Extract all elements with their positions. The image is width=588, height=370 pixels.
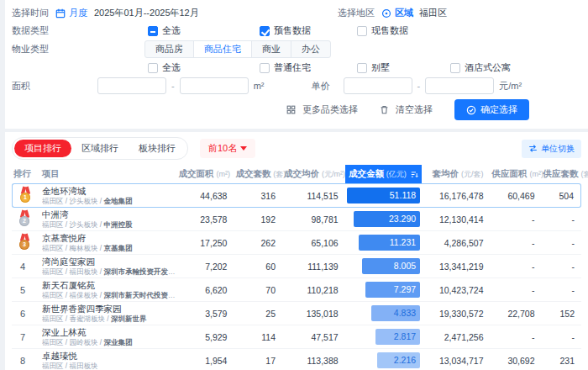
checkbox-label: 全选 (162, 24, 181, 37)
unit-avg-price-cell: 2,471,256 (422, 325, 490, 349)
deal-area-cell: 17,250 (177, 231, 234, 255)
filter-panel: 选择时间 月度 2025年01月--2025年12月 选择地区 区域 福田区 数… (5, 0, 588, 129)
unit-avg-price-cell: 10,423,724 (422, 278, 490, 302)
deal-avg-price-cell: 110,218 (282, 278, 345, 302)
project-name[interactable]: 湾尚庭玺家园 (42, 256, 176, 267)
tab-region-ranking[interactable]: 区域排行 (71, 140, 129, 157)
project-path: 福田区 / 梅林板块 / 京基集团 (42, 244, 176, 252)
table-row[interactable]: 6 6 新世界香蜜四季家园 福田区 / 香蜜湖板块 / 深圳新世界 3,579 … (12, 302, 581, 325)
ranking-table: 排行 项目 成交面积 (m²) 成交套数 (套) 成交均价 (元/m²) 成交金… (12, 165, 581, 370)
deal-amount-cell: 23.290 (345, 208, 423, 231)
checkbox-label: 预售数据 (274, 24, 311, 37)
checkbox-current-sale-data[interactable]: 现售数据 (357, 24, 408, 37)
rank-cell: 3 3 (12, 231, 40, 255)
unit-switch-label: 单位切换 (541, 143, 575, 155)
deal-area-cell: 5,929 (177, 325, 234, 349)
amount-bar: 4.833 (371, 305, 421, 321)
unit-switch-button[interactable]: 单位切换 (522, 140, 581, 158)
project-name[interactable]: 中洲湾 (42, 209, 176, 219)
supply-area-cell: - (490, 255, 541, 278)
deal-amount-cell: 8.005 (345, 255, 423, 278)
deal-area-cell: 23,578 (177, 208, 234, 231)
confirm-selection-button[interactable]: 确定选择 (454, 99, 529, 120)
amount-value: 7.297 (394, 284, 416, 294)
project-name[interactable]: 深业上林苑 (42, 327, 176, 337)
project-path: 福田区 / 福田板块 (42, 362, 176, 370)
unit-avg-price-cell: 13,341,219 (422, 255, 490, 278)
checkbox-box (357, 63, 367, 73)
checkbox-select-all-data[interactable]: 全选 (148, 24, 255, 37)
checkbox-presale-data[interactable]: 预售数据 (260, 24, 352, 37)
deal-units-cell: 60 (234, 255, 282, 278)
rank-cell: 5 5 (12, 278, 40, 302)
swap-icon (528, 144, 538, 153)
amount-value: 51.118 (390, 190, 416, 200)
project-name[interactable]: 京基寰悦府 (42, 233, 176, 243)
area-min-input[interactable] (97, 77, 166, 94)
project-name[interactable]: 金地环湾城 (42, 186, 176, 196)
more-categories-button[interactable]: 更多品类选择 (286, 103, 358, 116)
project-name[interactable]: 新世界香蜜四季家园 (42, 304, 176, 314)
rank-number: 4 (13, 262, 25, 272)
rank-cell: 6 6 (12, 302, 40, 325)
tab-commercial[interactable]: 商业 (252, 41, 291, 57)
table-row[interactable]: 2 2 中洲湾 福田区 / 沙头板块 / 中洲控股 23,578 192 98,… (12, 208, 581, 231)
checkbox-ordinary-residence[interactable]: 普通住宅 (260, 61, 352, 74)
header-deal-area: 成交面积 (m²) (177, 165, 234, 183)
amount-bar: 51.118 (347, 188, 421, 204)
supply-units-cell: - (542, 208, 582, 231)
property-type-tabs: 商品房 商品住宅 商业 办公 (144, 40, 331, 58)
data-type-label: 数据类型 (12, 24, 55, 37)
rank-tab-group: 项目排行 区域排行 板块排行 (12, 137, 188, 160)
tab-office[interactable]: 办公 (291, 41, 330, 57)
project-name[interactable]: 卓越瑧悦 (42, 351, 176, 361)
rank-cell: 1 1 (12, 183, 40, 208)
unit-avg-price-cell: 4,286,507 (422, 231, 490, 255)
rank-number: 7 (13, 332, 25, 342)
project-name[interactable]: 新天石厦铭苑 (42, 280, 176, 290)
table-row[interactable]: 4 4 湾尚庭玺家园 福田区 / 福田板块 / 深圳市承翰投资开发集团有... … (12, 255, 581, 278)
tab-project-ranking[interactable]: 项目排行 (14, 140, 71, 157)
header-deal-amount-sorted[interactable]: 成交金额 (亿元) (345, 165, 423, 183)
table-row[interactable]: 3 3 京基寰悦府 福田区 / 梅林板块 / 京基集团 17,250 262 6… (12, 231, 581, 255)
deal-avg-price-cell: 114,515 (282, 183, 345, 208)
table-row[interactable]: 8 8 卓越瑧悦 福田区 / 福田板块 1,954 17 113,388 2.2… (12, 349, 581, 370)
deal-area-cell: 7,202 (177, 255, 234, 278)
area-max-input[interactable] (180, 77, 249, 94)
checkbox-serviced-apartment[interactable]: 酒店式公寓 (450, 61, 511, 74)
supply-area-cell: - (490, 231, 541, 255)
supply-units-cell: - (542, 255, 582, 278)
region-type[interactable]: 区域 (395, 7, 413, 19)
checkbox-villa[interactable]: 别墅 (357, 61, 445, 74)
deal-avg-price-cell: 47,517 (282, 325, 345, 349)
trash-icon (380, 105, 389, 114)
header-deal-avg-price: 成交均价 (元/m²) (282, 165, 345, 183)
unit-avg-price-cell: 19,330,572 (422, 302, 490, 325)
deal-area-cell: 44,638 (177, 183, 234, 208)
supply-area-cell: 22,708 (490, 302, 541, 325)
chevron-down-icon (240, 146, 247, 151)
deal-units-cell: 25 (234, 302, 282, 325)
supply-units-cell: 504 (542, 183, 582, 208)
table-row[interactable]: 7 7 深业上林苑 福田区 / 园岭板块 / 深业集团 5,929 114 47… (12, 325, 581, 349)
time-mode[interactable]: 月度 (69, 7, 87, 19)
region-value[interactable]: 福田区 (419, 7, 447, 19)
table-row[interactable]: 1 1 金地环湾城 福田区 / 沙头板块 / 金地集团 44,638 316 1… (12, 183, 581, 208)
time-range[interactable]: 2025年01月--2025年12月 (94, 7, 199, 19)
rank-cell: 2 2 (12, 208, 40, 231)
clear-selection-button[interactable]: 清空选择 (380, 103, 433, 116)
price-min-input[interactable] (344, 77, 412, 94)
tab-commodity-housing[interactable]: 商品房 (145, 41, 194, 57)
supply-area-cell: 30,692 (490, 349, 541, 370)
calendar-icon (55, 8, 66, 18)
tab-block-ranking[interactable]: 板块排行 (129, 140, 186, 157)
amount-value: 2.817 (394, 331, 416, 341)
tab-commodity-residence[interactable]: 商品住宅 (194, 41, 252, 57)
price-max-input[interactable] (425, 77, 494, 94)
project-cell: 京基寰悦府 福田区 / 梅林板块 / 京基集团 (40, 231, 177, 255)
table-row[interactable]: 5 5 新天石厦铭苑 福田区 / 福保板块 / 深圳市新天时代投资有限公... … (12, 278, 581, 302)
checkbox-select-all-subtype[interactable]: 全选 (148, 61, 255, 74)
amount-value: 4.833 (394, 308, 416, 318)
price-range: - 元/m² (344, 77, 522, 94)
top-n-dropdown[interactable]: 前10名 (200, 139, 255, 158)
